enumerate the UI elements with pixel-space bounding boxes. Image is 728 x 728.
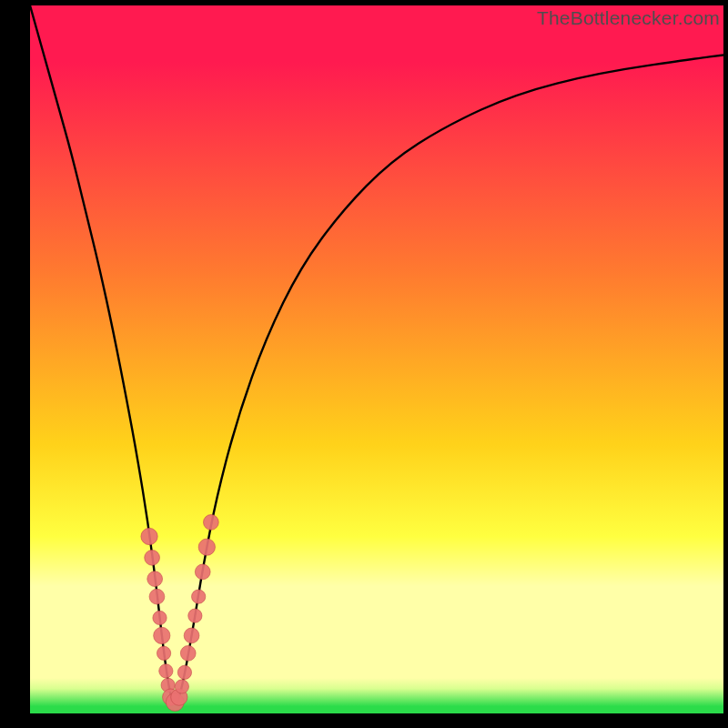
data-marker — [149, 589, 165, 604]
data-marker — [180, 645, 196, 661]
data-marker — [192, 590, 206, 603]
curve-layer — [30, 5, 723, 713]
data-marker — [147, 571, 163, 587]
data-marker — [195, 564, 210, 580]
bottleneck-curve — [30, 5, 723, 703]
data-marker — [154, 627, 170, 643]
data-marker — [184, 628, 199, 643]
data-marker — [198, 539, 215, 555]
data-marker — [188, 609, 202, 622]
data-marker — [141, 528, 157, 544]
watermark-text: TheBottlenecker.com — [537, 7, 720, 29]
data-marker — [153, 611, 167, 624]
data-marker — [175, 680, 188, 693]
plot-area — [30, 5, 723, 713]
data-marker — [157, 646, 170, 660]
data-marker — [204, 515, 219, 531]
data-marker — [159, 664, 173, 678]
chart-frame: TheBottlenecker.com — [0, 0, 728, 728]
data-marker — [177, 665, 191, 679]
marker-group — [141, 515, 218, 712]
data-marker — [145, 550, 160, 565]
